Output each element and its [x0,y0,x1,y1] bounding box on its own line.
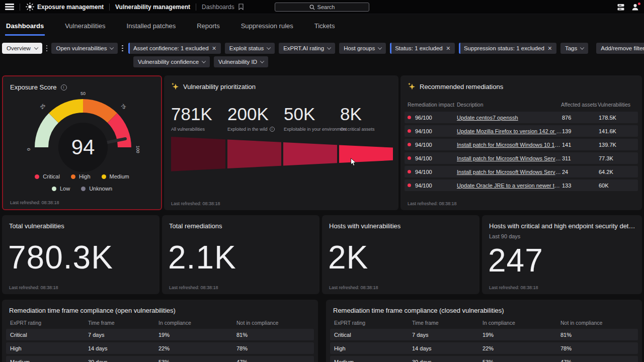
last-refreshed: Last refreshed: 08:38:18 [169,285,218,290]
card-title: Hosts with vulnerabilities [329,222,400,230]
table-header: ExPRT rating Time frame In compliance No… [2,320,318,326]
stage-on-critical-assets: 8K On critical assets [340,105,396,132]
compliance-closed-card[interactable]: Remediation time frame compliance (close… [326,300,642,362]
stat-value: 247 [488,244,543,277]
exposure-score-card[interactable]: Exposure Score i 0 25 50 75 100 94 Criti… [2,75,162,210]
tab-installed-patches[interactable]: Installed patches [126,19,177,36]
hosts-with-vulnerabilities-card[interactable]: Hosts with vulnerabilities 2K Last refre… [322,215,479,294]
funnel-chart[interactable] [171,137,393,174]
table-row[interactable]: 96/100 Update centos7 openssh 876 178.5K [405,112,638,123]
last-refreshed: Last refreshed: 08:38:18 [171,201,220,206]
breadcrumb[interactable]: Dashboards [202,4,234,11]
notification-badge [638,3,640,5]
recommended-remediations-card[interactable]: Recommended remediations Remediation imp… [400,75,642,210]
tab-suppression-rules[interactable]: Suppression rules [240,19,294,36]
vulnerability-prioritization-card[interactable]: Vulnerability prioritization 781K All vu… [164,75,398,210]
filter-chip-host-groups[interactable]: Host groups [339,43,386,54]
remediation-link[interactable]: Update centos7 openssh [457,115,562,121]
top-bar: Exposure management Vulnerability manage… [0,0,644,14]
unknown-dot-icon [81,187,86,191]
filter-chip-asset-confidence[interactable]: Asset confidence: 1 excluded × [128,43,221,54]
filter-chip-exprt-ai-rating[interactable]: ExPRT.AI rating [279,43,335,54]
medium-dot-icon [102,174,106,179]
scope-options-kebab-icon[interactable] [122,43,123,54]
scope-select[interactable]: Open vulnerabilities [51,43,118,54]
info-icon[interactable]: i [270,127,275,132]
card-title: Vulnerability prioritization [183,83,256,90]
filter-chip-status[interactable]: Status: 1 excluded × [390,43,455,54]
last-refreshed: Last refreshed: 08:38:18 [10,200,59,205]
funnel-segment-3 [283,142,337,166]
table-row[interactable]: High 14 days 22% 78% [6,342,314,354]
close-icon[interactable]: × [548,45,552,52]
compliance-closed-table: Critical 7 days 19% 81% High 14 days 22%… [330,329,638,362]
search-input[interactable]: Search [275,3,369,12]
spotlight-icon [26,3,34,11]
table-row[interactable]: 94/100 Install patch for Microsoft Windo… [405,139,638,150]
menu-icon[interactable] [5,4,14,10]
close-icon[interactable]: × [446,45,450,52]
svg-text:0: 0 [26,148,31,150]
stage-exploited-in-wild: 200K Exploited in the wildi [227,105,284,132]
remediation-link[interactable]: Update Oracle JRE to a version newer tha… [457,183,562,189]
card-title: Exposure Score [10,83,57,91]
info-icon[interactable]: i [61,84,67,90]
sparkle-icon [408,82,416,90]
table-row[interactable]: 94/100 Update Oracle JRE to a version ne… [405,179,638,191]
filter-chip-vulnerability-confidence[interactable]: Vulnerability confidence [133,56,210,67]
filter-chip-suppression-status[interactable]: Suppression status: 1 excluded × [459,43,556,54]
remediation-link[interactable]: Install patch for Microsoft Windows 10 1… [457,142,562,148]
tab-vulnerabilities[interactable]: Vulnerabilities [64,19,106,36]
remediation-link[interactable]: Install patch for Microsoft Windows Serv… [457,155,562,161]
funnel-segment-2 [227,140,281,169]
table-row[interactable]: 94/100 Install patch for Microsoft Windo… [405,152,638,164]
tab-dashboards[interactable]: Dashboards [5,19,45,36]
view-options-kebab-icon[interactable] [46,43,48,54]
feed-icon[interactable] [617,4,625,11]
chevron-down-icon [110,45,114,49]
remediation-link[interactable]: Update Mozilla Firefox to version 142 or… [457,128,562,134]
search-placeholder: Search [317,4,335,10]
table-row[interactable]: Medium 30 days 53% 47% [6,356,314,362]
bookmark-icon[interactable] [238,4,244,10]
table-row[interactable]: 94/100 Install patch for Microsoft Windo… [405,166,638,177]
table-row[interactable]: Critical 7 days 19% 81% [330,329,638,340]
chevron-down-icon [202,59,206,63]
chevron-down-icon [580,45,584,49]
chevron-down-icon [260,59,264,63]
tab-reports[interactable]: Reports [196,19,221,36]
dashboard-view-select[interactable]: Overview [2,43,42,54]
card-title: Total remediations [169,222,222,230]
app-exposure-management[interactable]: Exposure management [37,4,104,11]
table-row[interactable]: 94/100 Update Mozilla Firefox to version… [405,125,638,137]
exposure-score-gauge: 0 25 50 75 100 94 [25,90,141,177]
filter-chip-tags[interactable]: Tags [560,43,588,54]
critical-dot-icon [35,174,39,179]
table-header: ExPRT rating Time frame In compliance No… [326,320,642,326]
chevron-down-icon [378,45,382,49]
compliance-open-card[interactable]: Remediation time frame compliance (open … [2,300,318,362]
table-row[interactable]: Critical 7 days 19% 81% [6,329,314,340]
total-remediations-card[interactable]: Total remediations 2.1K Last refreshed: … [162,215,319,294]
critical-dot-icon [408,184,411,187]
card-title: Hosts with critical and high endpoint se… [489,222,637,230]
user-profile-icon[interactable] [631,4,639,11]
divider [196,4,196,11]
tab-tickets[interactable]: Tickets [313,19,336,36]
app-vulnerability-management[interactable]: Vulnerability management [115,4,190,11]
filter-chip-vulnerability-id[interactable]: Vulnerability ID [214,56,268,67]
search-icon [309,5,315,10]
close-icon[interactable]: × [212,45,216,52]
divider [109,4,110,11]
table-row[interactable]: High 14 days 22% 78% [330,342,638,354]
table-row[interactable]: Medium 30 days 53% 47% [330,356,638,362]
total-vulnerabilities-card[interactable]: Total vulnerabilities 780.3K Last refres… [2,215,159,294]
remediation-link[interactable]: Install patch for Microsoft Windows Serv… [457,169,562,175]
add-remove-filters-button[interactable]: Add/remove filters + [596,43,644,54]
hosts-critical-high-detections-card[interactable]: Hosts with critical and high endpoint se… [482,215,642,294]
svg-text:25: 25 [39,103,46,110]
filter-chip-exploit-status[interactable]: Exploit status [225,43,275,54]
card-title: Total vulnerabilities [9,222,64,230]
svg-text:75: 75 [120,103,127,110]
critical-dot-icon [408,129,411,133]
